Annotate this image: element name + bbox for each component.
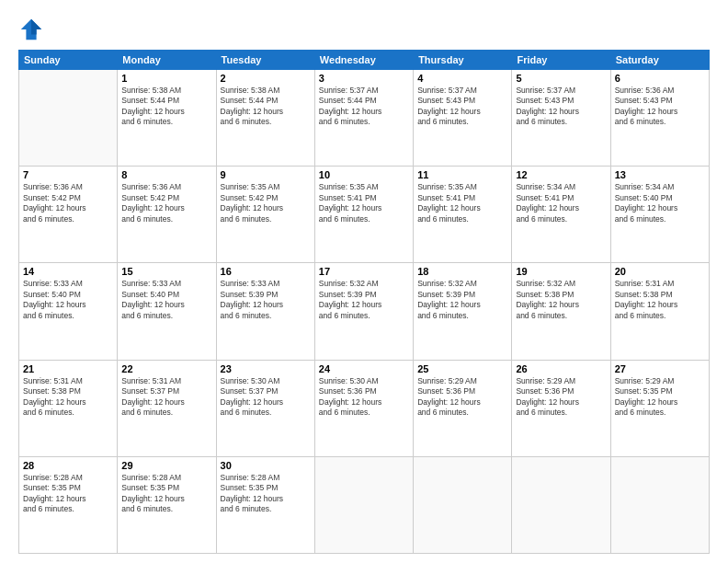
calendar-cell: 15Sunrise: 5:33 AM Sunset: 5:40 PM Dayli… bbox=[118, 263, 216, 360]
week-row-4: 21Sunrise: 5:31 AM Sunset: 5:38 PM Dayli… bbox=[19, 360, 710, 456]
calendar-cell bbox=[610, 456, 709, 553]
day-info: Sunrise: 5:29 AM Sunset: 5:36 PM Dayligh… bbox=[516, 376, 606, 419]
weekday-header-wednesday: Wednesday bbox=[314, 51, 413, 70]
day-info: Sunrise: 5:34 AM Sunset: 5:40 PM Dayligh… bbox=[615, 182, 705, 224]
day-number: 24 bbox=[319, 363, 409, 374]
week-row-3: 14Sunrise: 5:33 AM Sunset: 5:40 PM Dayli… bbox=[19, 263, 710, 360]
day-info: Sunrise: 5:36 AM Sunset: 5:42 PM Dayligh… bbox=[23, 182, 113, 224]
day-number: 2 bbox=[221, 73, 311, 84]
day-number: 7 bbox=[23, 169, 113, 180]
day-number: 6 bbox=[615, 73, 705, 84]
day-number: 22 bbox=[121, 363, 211, 374]
day-number: 12 bbox=[516, 169, 606, 180]
calendar-cell: 7Sunrise: 5:36 AM Sunset: 5:42 PM Daylig… bbox=[19, 167, 118, 263]
weekday-header-saturday: Saturday bbox=[610, 51, 709, 70]
calendar-cell: 17Sunrise: 5:32 AM Sunset: 5:39 PM Dayli… bbox=[314, 263, 413, 360]
day-info: Sunrise: 5:37 AM Sunset: 5:43 PM Dayligh… bbox=[516, 86, 606, 128]
day-number: 19 bbox=[516, 266, 606, 277]
weekday-header-tuesday: Tuesday bbox=[216, 51, 314, 70]
calendar-cell: 27Sunrise: 5:29 AM Sunset: 5:35 PM Dayli… bbox=[610, 360, 709, 456]
day-info: Sunrise: 5:28 AM Sunset: 5:35 PM Dayligh… bbox=[221, 473, 311, 515]
calendar-cell bbox=[512, 456, 610, 553]
day-number: 14 bbox=[23, 266, 113, 277]
calendar-cell: 1Sunrise: 5:38 AM Sunset: 5:44 PM Daylig… bbox=[118, 70, 216, 167]
calendar-cell: 26Sunrise: 5:29 AM Sunset: 5:36 PM Dayli… bbox=[512, 360, 610, 456]
calendar-cell: 12Sunrise: 5:34 AM Sunset: 5:41 PM Dayli… bbox=[512, 167, 610, 263]
calendar-cell: 20Sunrise: 5:31 AM Sunset: 5:38 PM Dayli… bbox=[610, 263, 709, 360]
calendar-cell: 5Sunrise: 5:37 AM Sunset: 5:43 PM Daylig… bbox=[512, 70, 610, 167]
day-number: 17 bbox=[319, 266, 409, 277]
day-info: Sunrise: 5:38 AM Sunset: 5:44 PM Dayligh… bbox=[121, 86, 211, 128]
calendar-cell: 16Sunrise: 5:33 AM Sunset: 5:39 PM Dayli… bbox=[216, 263, 314, 360]
calendar-cell bbox=[414, 456, 512, 553]
day-info: Sunrise: 5:34 AM Sunset: 5:41 PM Dayligh… bbox=[516, 182, 606, 224]
day-number: 13 bbox=[615, 169, 705, 180]
day-number: 9 bbox=[221, 169, 311, 180]
header bbox=[18, 17, 710, 42]
day-info: Sunrise: 5:31 AM Sunset: 5:38 PM Dayligh… bbox=[615, 279, 705, 321]
day-number: 10 bbox=[319, 169, 409, 180]
day-info: Sunrise: 5:29 AM Sunset: 5:35 PM Dayligh… bbox=[615, 376, 705, 419]
day-info: Sunrise: 5:33 AM Sunset: 5:40 PM Dayligh… bbox=[121, 279, 211, 321]
day-info: Sunrise: 5:33 AM Sunset: 5:40 PM Dayligh… bbox=[23, 279, 113, 321]
day-number: 23 bbox=[221, 363, 311, 374]
day-info: Sunrise: 5:31 AM Sunset: 5:37 PM Dayligh… bbox=[121, 376, 211, 419]
calendar-cell: 10Sunrise: 5:35 AM Sunset: 5:41 PM Dayli… bbox=[314, 167, 413, 263]
logo bbox=[18, 17, 46, 42]
calendar-cell: 23Sunrise: 5:30 AM Sunset: 5:37 PM Dayli… bbox=[216, 360, 314, 456]
calendar-cell: 2Sunrise: 5:38 AM Sunset: 5:44 PM Daylig… bbox=[216, 70, 314, 167]
calendar-cell: 18Sunrise: 5:32 AM Sunset: 5:39 PM Dayli… bbox=[414, 263, 512, 360]
day-number: 8 bbox=[121, 169, 211, 180]
day-info: Sunrise: 5:28 AM Sunset: 5:35 PM Dayligh… bbox=[121, 473, 211, 515]
day-number: 11 bbox=[417, 169, 507, 180]
calendar-table: SundayMondayTuesdayWednesdayThursdayFrid… bbox=[18, 50, 710, 554]
day-info: Sunrise: 5:30 AM Sunset: 5:37 PM Dayligh… bbox=[221, 376, 311, 419]
day-info: Sunrise: 5:36 AM Sunset: 5:43 PM Dayligh… bbox=[615, 86, 705, 128]
calendar-cell: 14Sunrise: 5:33 AM Sunset: 5:40 PM Dayli… bbox=[19, 263, 118, 360]
calendar-cell: 21Sunrise: 5:31 AM Sunset: 5:38 PM Dayli… bbox=[19, 360, 118, 456]
day-info: Sunrise: 5:32 AM Sunset: 5:38 PM Dayligh… bbox=[516, 279, 606, 321]
day-number: 16 bbox=[221, 266, 311, 277]
week-row-5: 28Sunrise: 5:28 AM Sunset: 5:35 PM Dayli… bbox=[19, 456, 710, 553]
day-number: 15 bbox=[121, 266, 211, 277]
day-info: Sunrise: 5:35 AM Sunset: 5:41 PM Dayligh… bbox=[319, 182, 409, 224]
week-row-2: 7Sunrise: 5:36 AM Sunset: 5:42 PM Daylig… bbox=[19, 167, 710, 263]
logo-icon bbox=[18, 17, 44, 42]
week-row-1: 1Sunrise: 5:38 AM Sunset: 5:44 PM Daylig… bbox=[19, 70, 710, 167]
day-number: 27 bbox=[615, 363, 705, 374]
day-info: Sunrise: 5:35 AM Sunset: 5:42 PM Dayligh… bbox=[221, 182, 311, 224]
day-info: Sunrise: 5:36 AM Sunset: 5:42 PM Dayligh… bbox=[121, 182, 211, 224]
calendar-cell: 24Sunrise: 5:30 AM Sunset: 5:36 PM Dayli… bbox=[314, 360, 413, 456]
calendar-cell: 3Sunrise: 5:37 AM Sunset: 5:44 PM Daylig… bbox=[314, 70, 413, 167]
day-info: Sunrise: 5:32 AM Sunset: 5:39 PM Dayligh… bbox=[417, 279, 507, 321]
calendar-cell: 29Sunrise: 5:28 AM Sunset: 5:35 PM Dayli… bbox=[118, 456, 216, 553]
weekday-header-friday: Friday bbox=[512, 51, 610, 70]
calendar-cell: 28Sunrise: 5:28 AM Sunset: 5:35 PM Dayli… bbox=[19, 456, 118, 553]
day-number: 3 bbox=[319, 73, 409, 84]
calendar-cell: 9Sunrise: 5:35 AM Sunset: 5:42 PM Daylig… bbox=[216, 167, 314, 263]
day-info: Sunrise: 5:37 AM Sunset: 5:44 PM Dayligh… bbox=[319, 86, 409, 128]
day-info: Sunrise: 5:31 AM Sunset: 5:38 PM Dayligh… bbox=[23, 376, 113, 419]
calendar-cell: 11Sunrise: 5:35 AM Sunset: 5:41 PM Dayli… bbox=[414, 167, 512, 263]
day-info: Sunrise: 5:35 AM Sunset: 5:41 PM Dayligh… bbox=[417, 182, 507, 224]
day-info: Sunrise: 5:29 AM Sunset: 5:36 PM Dayligh… bbox=[417, 376, 507, 419]
calendar-cell: 6Sunrise: 5:36 AM Sunset: 5:43 PM Daylig… bbox=[610, 70, 709, 167]
day-number: 18 bbox=[417, 266, 507, 277]
calendar-cell: 25Sunrise: 5:29 AM Sunset: 5:36 PM Dayli… bbox=[414, 360, 512, 456]
day-info: Sunrise: 5:37 AM Sunset: 5:43 PM Dayligh… bbox=[417, 86, 507, 128]
weekday-header-thursday: Thursday bbox=[414, 51, 512, 70]
weekday-header-sunday: Sunday bbox=[19, 51, 118, 70]
calendar-cell: 19Sunrise: 5:32 AM Sunset: 5:38 PM Dayli… bbox=[512, 263, 610, 360]
day-info: Sunrise: 5:33 AM Sunset: 5:39 PM Dayligh… bbox=[221, 279, 311, 321]
day-number: 28 bbox=[23, 460, 113, 471]
day-number: 26 bbox=[516, 363, 606, 374]
weekday-header-row: SundayMondayTuesdayWednesdayThursdayFrid… bbox=[19, 51, 710, 70]
day-info: Sunrise: 5:28 AM Sunset: 5:35 PM Dayligh… bbox=[23, 473, 113, 515]
svg-marker-1 bbox=[31, 19, 41, 35]
day-number: 30 bbox=[221, 460, 311, 471]
calendar-cell: 4Sunrise: 5:37 AM Sunset: 5:43 PM Daylig… bbox=[414, 70, 512, 167]
day-info: Sunrise: 5:30 AM Sunset: 5:36 PM Dayligh… bbox=[319, 376, 409, 419]
calendar-cell: 8Sunrise: 5:36 AM Sunset: 5:42 PM Daylig… bbox=[118, 167, 216, 263]
page: SundayMondayTuesdayWednesdayThursdayFrid… bbox=[0, 0, 728, 563]
weekday-header-monday: Monday bbox=[118, 51, 216, 70]
